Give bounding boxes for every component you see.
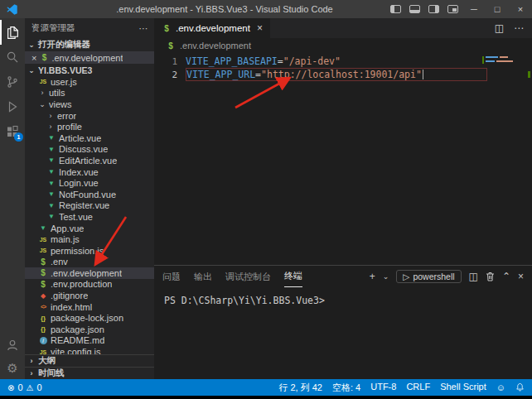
folder-item-error[interactable]: ›error xyxy=(25,110,154,122)
project-section[interactable]: ⌄ YI.BBS.VUE3 xyxy=(25,64,154,76)
close-editor-icon[interactable]: × xyxy=(31,53,36,63)
file-label: package.json xyxy=(51,324,104,334)
file-item-App.vue[interactable]: ▼App.vue xyxy=(25,223,154,234)
html-icon: <> xyxy=(38,304,48,310)
file-item-EditArticle.vue[interactable]: ▼EditArticle.vue xyxy=(25,155,154,166)
panel-tab-问题[interactable]: 问题 xyxy=(162,266,181,287)
shell-selector[interactable]: ▷ powershell xyxy=(396,270,461,283)
extensions-icon[interactable]: 1 xyxy=(0,119,25,144)
chevron-right-icon: › xyxy=(46,112,55,120)
chevron-right-icon: › xyxy=(27,357,36,365)
activity-bar: 1 ⚙ xyxy=(0,18,25,379)
status-item[interactable]: 空格: 4 xyxy=(332,382,360,394)
customize-layout-icon[interactable] xyxy=(447,5,458,13)
timeline-section[interactable]: › 时间线 xyxy=(25,367,154,379)
bottom-panel: 问题输出调试控制台终端 + ⌄ ▷ powershell ◫ ⌃ × xyxy=(154,265,532,379)
search-icon[interactable] xyxy=(0,45,25,70)
problems-status[interactable]: ⊗ 0 ⚠ 0 xyxy=(7,382,42,392)
split-terminal-icon[interactable]: ◫ xyxy=(469,272,478,281)
js-icon: JS xyxy=(38,248,48,253)
file-item-Test.vue[interactable]: ▼Test.vue xyxy=(25,211,154,223)
account-icon[interactable] xyxy=(0,333,25,358)
explorer-icon[interactable] xyxy=(0,20,25,45)
close-tab-icon[interactable]: × xyxy=(257,22,263,34)
toggle-panel-icon[interactable] xyxy=(409,5,420,13)
breadcrumb-item[interactable]: .env.development xyxy=(180,41,251,50)
file-item-.env[interactable]: $.env xyxy=(25,257,154,268)
file-item-package.json[interactable]: {}package.json xyxy=(25,324,154,335)
file-item-Login.vue[interactable]: ▼Login.vue xyxy=(25,177,154,189)
file-item-.env.production[interactable]: $.env.production xyxy=(25,279,154,291)
toggle-secondary-sidebar-icon[interactable] xyxy=(428,5,439,13)
panel-tab-输出[interactable]: 输出 xyxy=(194,266,212,287)
file-item-user.js[interactable]: JSuser.js xyxy=(25,76,154,88)
vue-icon: ▼ xyxy=(46,190,56,198)
terminal-toolbar: + ⌄ ▷ powershell ◫ ⌃ × xyxy=(370,270,524,283)
notifications-bell-icon[interactable] xyxy=(515,382,525,392)
run-debug-icon[interactable] xyxy=(0,94,25,119)
panel-tab-调试控制台[interactable]: 调试控制台 xyxy=(225,266,271,287)
file-label: NotFound.vue xyxy=(59,190,116,200)
terminal[interactable]: PS D:\CSharp\Yi\Yi.BBS.Vue3> xyxy=(154,287,532,379)
status-item[interactable]: 行 2, 列 42 xyxy=(278,382,322,394)
file-label: permission.js xyxy=(51,246,104,256)
maximize-button[interactable]: □ xyxy=(486,0,509,18)
file-item-.env.development[interactable]: $.env.development xyxy=(25,267,154,279)
chevron-right-icon: › xyxy=(27,369,36,377)
breadcrumb[interactable]: $ .env.development xyxy=(154,38,532,53)
code-line-2[interactable]: 2VITE_APP_URL="http://localhost:19001/ap… xyxy=(154,68,532,81)
kill-terminal-icon[interactable] xyxy=(486,272,495,281)
folder-item-utils[interactable]: ›utils xyxy=(25,88,154,99)
env-icon: $ xyxy=(162,24,172,33)
outline-section[interactable]: › 大纲 xyxy=(25,354,154,367)
project-label: YI.BBS.VUE3 xyxy=(38,65,92,75)
minimap[interactable] xyxy=(486,56,522,65)
more-actions-icon[interactable]: ⋯ xyxy=(139,23,148,33)
code-editor[interactable]: 1VITE_APP_BASEAPI="/api-dev"2VITE_APP_UR… xyxy=(154,53,532,265)
status-item[interactable]: UTF-8 xyxy=(370,382,396,394)
terminal-prompt: PS D:\CSharp\Yi\Yi.BBS.Vue3> xyxy=(164,295,325,306)
code-lines: 1VITE_APP_BASEAPI="/api-dev"2VITE_APP_UR… xyxy=(154,55,532,81)
folder-item-profile[interactable]: ›profile xyxy=(25,121,154,132)
file-item-main.js[interactable]: JSmain.js xyxy=(25,233,154,245)
file-label: Test.vue xyxy=(59,212,93,222)
tab-env-development[interactable]: $ .env.development × xyxy=(154,18,270,38)
split-editor-icon[interactable]: ◫ xyxy=(495,22,504,34)
settings-gear-icon[interactable]: ⚙ xyxy=(0,358,25,379)
toggle-sidebar-icon[interactable] xyxy=(390,5,401,13)
file-item-Article.vue[interactable]: ▼Article.vue xyxy=(25,132,154,144)
new-terminal-button[interactable]: + xyxy=(370,272,375,281)
source-control-icon[interactable] xyxy=(0,70,25,94)
file-label: Register.vue xyxy=(59,200,109,210)
open-editor-item[interactable]: × $ .env.development xyxy=(25,51,154,64)
close-window-button[interactable]: × xyxy=(509,0,532,18)
status-item[interactable]: Shell Script xyxy=(440,382,486,394)
file-label: Index.vue xyxy=(59,167,99,177)
close-panel-icon[interactable]: × xyxy=(518,272,524,281)
shell-name: powershell xyxy=(413,272,454,281)
folder-item-views[interactable]: ⌄views xyxy=(25,99,154,110)
file-item-Discuss.vue[interactable]: ▼Discuss.vue xyxy=(25,144,154,156)
file-item-index.html[interactable]: <>index.html xyxy=(25,301,154,313)
file-item-NotFound.vue[interactable]: ▼NotFound.vue xyxy=(25,189,154,200)
line-text: VITE_APP_BASEAPI="/api-dev" xyxy=(186,55,487,68)
minimap-git-decoration xyxy=(482,56,484,64)
terminal-dropdown-icon[interactable]: ⌄ xyxy=(383,273,389,281)
file-item-Register.vue[interactable]: ▼Register.vue xyxy=(25,200,154,212)
vue-icon: ▼ xyxy=(46,213,56,220)
feedback-smiley-icon[interactable]: ☺ xyxy=(496,382,505,392)
open-editors-section[interactable]: ⌄ 打开的编辑器 xyxy=(25,38,154,51)
file-item-Index.vue[interactable]: ▼Index.vue xyxy=(25,166,154,178)
minimize-button[interactable]: ─ xyxy=(462,0,486,18)
file-item-vite.config.js[interactable]: JSvite.config.js xyxy=(25,346,154,354)
file-item-README.md[interactable]: iREADME.md xyxy=(25,335,154,347)
status-item[interactable]: CRLF xyxy=(406,382,430,394)
code-line-1[interactable]: 1VITE_APP_BASEAPI="/api-dev" xyxy=(154,55,532,68)
maximize-panel-icon[interactable]: ⌃ xyxy=(502,272,510,281)
panel-tab-终端[interactable]: 终端 xyxy=(284,266,302,287)
editor-more-actions-icon[interactable]: ⋯ xyxy=(514,22,524,34)
file-item-.gitignore[interactable]: ◆.gitignore xyxy=(25,290,154,301)
file-item-package-lock.json[interactable]: {}package-lock.json xyxy=(25,312,154,324)
file-item-permission.js[interactable]: JSpermission.js xyxy=(25,245,154,257)
file-label: Discuss.vue xyxy=(59,144,108,154)
